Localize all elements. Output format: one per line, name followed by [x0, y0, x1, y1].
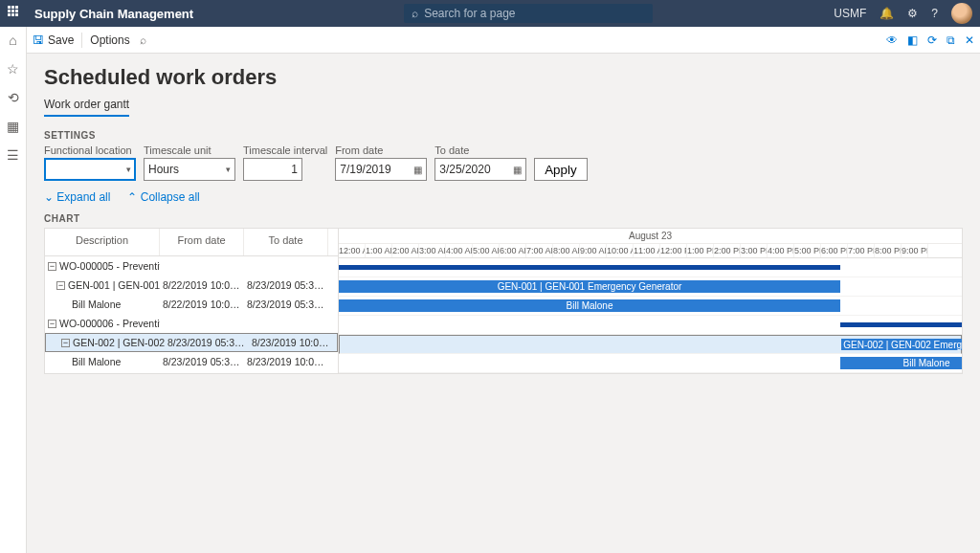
settings-section-label: SETTINGS	[44, 130, 963, 141]
gantt-bar-row	[339, 258, 962, 277]
action-bar: ≡ 🖫Save Options ⌕ 👁 ◧ ⟳ ⧉ ✕	[0, 27, 980, 54]
company-picker[interactable]: USMF	[834, 7, 866, 20]
settings-icon[interactable]: ⚙	[907, 7, 918, 20]
gantt-bar[interactable]	[840, 322, 962, 327]
hour-tick: 3:00 AM	[419, 244, 446, 257]
unit-label: Timescale unit	[144, 144, 235, 156]
nav-favorites-icon[interactable]: ☆	[7, 61, 19, 77]
col-description[interactable]: Description	[45, 229, 160, 255]
gantt-bar-row: GEN-001 | GEN-001 Emergency Generator	[339, 277, 962, 297]
row-from: 8/23/2019 05:37:59 pm	[165, 337, 249, 348]
gantt-bar-row: Bill Malone	[339, 354, 962, 373]
gantt-bar-row: GEN-002 | GEN-002 Emergency Gener	[339, 335, 962, 354]
nav-workspaces-icon[interactable]: ▦	[7, 119, 19, 134]
find-icon[interactable]: ⌕	[140, 33, 146, 47]
gantt-bar[interactable]	[339, 265, 840, 270]
col-todate[interactable]: To date	[244, 229, 328, 255]
hour-tick: 6:00 AM	[500, 244, 526, 257]
hour-tick: 2:00 AM	[392, 244, 419, 257]
gantt-bar[interactable]: GEN-001 | GEN-001 Emergency Generator	[339, 280, 840, 293]
filter-bar: Functional location ▾ Timescale unit Hou…	[44, 144, 963, 181]
to-date-input[interactable]: 3/25/2020▦	[434, 158, 526, 181]
row-description: Bill Malone	[45, 299, 160, 310]
gantt-bar[interactable]: GEN-002 | GEN-002 Emergency Gener	[841, 339, 962, 350]
col-fromdate[interactable]: From date	[160, 229, 244, 255]
row-to: 8/23/2019 05:37:59 pm	[244, 279, 328, 291]
hour-tick: 9:00 AM	[580, 244, 607, 257]
gantt-chart: Description From date To date −WO-000005…	[44, 228, 963, 374]
row-description: −GEN-001 | GEN-001 Emerge	[45, 279, 160, 291]
hour-tick: 4:00 AM	[446, 244, 473, 257]
app-launcher-icon[interactable]	[8, 6, 23, 21]
app-title: Supply Chain Management	[34, 7, 193, 21]
timescale-interval-input[interactable]: 1	[243, 158, 302, 181]
hour-tick: 3:00 PM	[741, 244, 768, 257]
gantt-hour-scale: 12:00 AM1:00 AM2:00 AM3:00 AM4:00 AM5:00…	[339, 244, 962, 258]
avatar[interactable]	[951, 3, 972, 24]
gantt-bar[interactable]: Bill Malone	[339, 299, 840, 312]
collapse-all-link[interactable]: ⌃ Collapse all	[127, 190, 199, 204]
page-options-icon[interactable]: ◧	[907, 33, 918, 47]
chevron-down-icon: ▾	[126, 165, 131, 174]
main-content: Scheduled work orders Work order gantt S…	[27, 54, 980, 553]
row-description: −GEN-002 | GEN-002 Emerge	[50, 337, 165, 348]
hour-tick: 9:00 PM	[902, 244, 928, 257]
interval-label: Timescale interval	[243, 144, 327, 156]
collapse-toggle-icon[interactable]: −	[48, 320, 56, 328]
row-from: 8/23/2019 05:37:59 pm	[160, 356, 244, 367]
hour-tick: 7:00 AM	[526, 244, 553, 257]
hour-tick: 5:00 AM	[473, 244, 500, 257]
global-search[interactable]: ⌕ Search for a page	[404, 4, 653, 23]
apply-button[interactable]: Apply	[534, 158, 587, 181]
gantt-day-header: August 23	[339, 229, 962, 244]
row-to: 8/23/2019 05:37:59 pm	[244, 299, 328, 310]
popout-icon[interactable]: ⧉	[947, 33, 955, 47]
refresh-icon[interactable]: ⟳	[927, 33, 937, 47]
titlebar: Supply Chain Management ⌕ Search for a p…	[0, 0, 980, 27]
calendar-icon: ▦	[513, 165, 522, 175]
gantt-bar-row	[339, 316, 962, 335]
hour-tick: 8:00 AM	[553, 244, 580, 257]
gantt-row[interactable]: Bill Malone8/23/2019 05:37:59 pm8/23/201…	[45, 352, 338, 371]
row-from: 8/22/2019 10:07:59 pm	[160, 279, 244, 291]
collapse-toggle-icon[interactable]: −	[61, 339, 70, 347]
nav-home-icon[interactable]: ⌂	[9, 33, 16, 48]
hour-tick: 12:00 AM	[339, 244, 366, 257]
calendar-icon: ▦	[413, 165, 422, 175]
func-loc-label: Functional location	[44, 144, 136, 156]
todate-label: To date	[434, 144, 526, 156]
close-icon[interactable]: ✕	[965, 33, 974, 47]
nav-recent-icon[interactable]: ⟲	[8, 90, 19, 105]
chevron-up-icon: ⌃	[127, 190, 137, 204]
notifications-icon[interactable]: 🔔	[880, 7, 894, 20]
from-date-input[interactable]: 7/19/2019▦	[335, 158, 427, 181]
row-description: −WO-000005 - Preventive: Emergency Gener…	[45, 260, 160, 272]
gantt-bar[interactable]: Bill Malone	[840, 357, 962, 369]
timescale-unit-select[interactable]: Hours▾	[144, 158, 235, 181]
chevron-down-icon: ▾	[226, 165, 231, 174]
functional-location-select[interactable]: ▾	[44, 158, 136, 181]
hour-tick: 12:00 PM	[660, 244, 687, 257]
save-button[interactable]: 🖫Save	[33, 33, 74, 47]
row-to: 8/23/2019 10:07:59 pm	[249, 337, 333, 348]
hour-tick: 5:00 PM	[794, 244, 821, 257]
page-title: Scheduled work orders	[44, 65, 963, 90]
options-button[interactable]: Options	[90, 33, 129, 47]
gantt-row[interactable]: Bill Malone8/22/2019 10:07:59 pm8/23/201…	[45, 295, 338, 314]
expand-all-link[interactable]: ⌄ Expand all	[44, 190, 110, 204]
save-icon: 🖫	[33, 33, 44, 47]
hour-tick: 2:00 PM	[714, 244, 741, 257]
tab-work-order-gantt[interactable]: Work order gantt	[44, 98, 129, 117]
help-icon[interactable]: ?	[931, 7, 938, 20]
row-description: Bill Malone	[45, 356, 160, 367]
gantt-row[interactable]: −WO-000006 - Preventive: Emergency Gener…	[45, 314, 338, 333]
gantt-row[interactable]: −GEN-002 | GEN-002 Emerge8/23/2019 05:37…	[45, 333, 338, 352]
nav-modules-icon[interactable]: ☰	[7, 147, 19, 163]
hour-tick: 1:00 PM	[687, 244, 714, 257]
attachments-icon[interactable]: 👁	[886, 33, 898, 47]
collapse-toggle-icon[interactable]: −	[48, 262, 56, 271]
gantt-row[interactable]: −GEN-001 | GEN-001 Emerge8/22/2019 10:07…	[45, 276, 338, 295]
row-from: 8/22/2019 10:07:59 pm	[160, 299, 244, 310]
collapse-toggle-icon[interactable]: −	[56, 281, 65, 290]
gantt-row[interactable]: −WO-000005 - Preventive: Emergency Gener…	[45, 256, 338, 276]
